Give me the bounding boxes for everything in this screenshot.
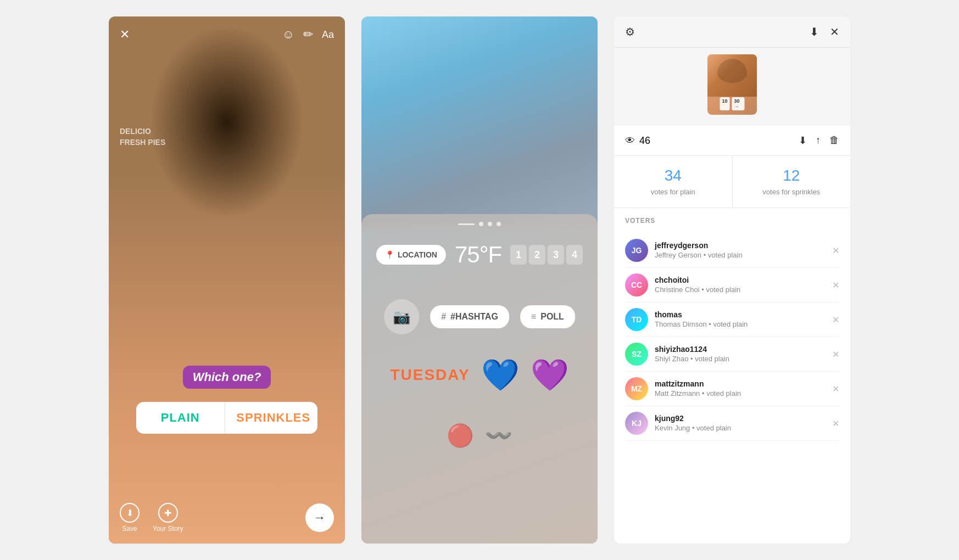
hashtag-sticker[interactable]: # #HASHTAG: [430, 305, 509, 328]
day-sticker[interactable]: TUESDAY: [390, 366, 470, 384]
voter-item: KJ kjung92 Kevin Jung • voted plain ✕: [625, 406, 839, 441]
purple-heart-sticker[interactable]: 💜: [531, 360, 569, 390]
poll-options: PLAIN SPRINKLES: [136, 402, 317, 434]
analytics-header: ⚙ ⬇ ✕: [614, 16, 850, 48]
voter-avatar-initials: CC: [625, 273, 648, 296]
voters-title: VOTERS: [625, 217, 839, 225]
time-d3: 3: [548, 245, 564, 265]
poll-option-plain[interactable]: PLAIN: [136, 402, 225, 434]
handle-dot3: [497, 222, 501, 226]
sticker-overlay: 📍 LOCATION 75°F 1 2 3 4 📷 #: [361, 214, 598, 544]
time-d4: 4: [566, 245, 583, 265]
thumbnail-arrow: [727, 120, 738, 126]
your-story-button[interactable]: ✚ Your Story: [153, 503, 183, 533]
views-row: 👁 46 ⬇ ↑ 🗑: [614, 126, 850, 156]
settings-icon[interactable]: ⚙: [625, 25, 635, 38]
next-button[interactable]: →: [305, 503, 334, 532]
text-button[interactable]: Aa: [322, 29, 334, 41]
voter-avatar: CC: [625, 273, 648, 296]
voter-detail: Matt Zitzmann • voted plain: [655, 389, 741, 397]
story-editor-panel: DELICIO FRESH PIES ✕ ☺ ✏ Aa Which one? P…: [109, 16, 345, 544]
temperature-sticker[interactable]: 75°F: [455, 242, 501, 268]
story-background: DELICIO FRESH PIES ✕ ☺ ✏ Aa Which one? P…: [109, 16, 345, 544]
story-thumbnail-container: 10 30 →: [614, 48, 850, 126]
voter-info: shiyizhao1124 Shiyi Zhao • voted plain: [655, 345, 832, 363]
main-container: DELICIO FRESH PIES ✕ ☺ ✏ Aa Which one? P…: [0, 0, 959, 560]
voter-detail: Shiyi Zhao • voted plain: [655, 355, 729, 363]
close-button[interactable]: ✕: [120, 27, 130, 42]
sticker-button[interactable]: ☺: [282, 27, 294, 42]
editor-bottom-toolbar: ⬇ Save ✚ Your Story →: [109, 503, 345, 533]
dismiss-voter-button[interactable]: ✕: [832, 280, 839, 290]
share-icon[interactable]: ↑: [816, 135, 821, 147]
dismiss-voter-button[interactable]: ✕: [832, 384, 839, 394]
poll-sticker[interactable]: ≡ POLL: [520, 305, 575, 328]
voters-list: JG jeffreydgerson Jeffrey Gerson • voted…: [625, 233, 839, 441]
thumb-plain: 10: [720, 97, 730, 110]
bottom-actions: ⬇ Save ✚ Your Story: [120, 503, 183, 533]
sticker-picker-panel: 📍 LOCATION 75°F 1 2 3 4 📷 #: [361, 16, 598, 544]
camera-sticker-button[interactable]: 📷: [384, 299, 419, 334]
analytics-body: 👁 46 ⬇ ↑ 🗑 34 votes for plain 12 votes f…: [614, 126, 850, 544]
poll-option-sprinkles[interactable]: SPRINKLES: [230, 402, 318, 434]
header-left-icons: ⚙: [625, 25, 635, 38]
header-right-icons: ⬇ ✕: [810, 25, 839, 38]
voter-info: chchoitoi Christine Choi • voted plain: [655, 276, 832, 294]
location-sticker[interactable]: 📍 LOCATION: [376, 245, 446, 265]
story-thumbnail[interactable]: 10 30 →: [707, 54, 757, 115]
voter-item: CC chchoitoi Christine Choi • voted plai…: [625, 268, 839, 303]
story-action-icons: ⬇ ↑ 🗑: [799, 135, 839, 147]
editor-toolbar: ✕ ☺ ✏ Aa: [109, 27, 345, 42]
download-icon[interactable]: ⬇: [799, 135, 807, 147]
voter-username: kjung92: [655, 414, 832, 423]
vote-results: 34 votes for plain 12 votes for sprinkle…: [614, 156, 850, 208]
poll-container: Which one? PLAIN SPRINKLES: [136, 366, 317, 434]
time-d2: 2: [529, 245, 545, 265]
votes-plain-col: 34 votes for plain: [614, 156, 733, 208]
voter-detail: Christine Choi • voted plain: [655, 285, 740, 294]
voter-avatar: JG: [625, 239, 648, 262]
close-analytics-icon[interactable]: ✕: [830, 25, 839, 38]
dismiss-voter-button[interactable]: ✕: [832, 245, 839, 256]
voter-detail: Jeffrey Gerson • voted plain: [655, 251, 743, 259]
download-story-icon[interactable]: ⬇: [810, 25, 819, 38]
voter-avatar: SZ: [625, 343, 648, 366]
sticker-row-3: TUESDAY 💙 💜: [390, 360, 568, 390]
delete-icon[interactable]: 🗑: [829, 135, 839, 147]
voter-avatar: KJ: [625, 412, 648, 435]
voter-avatar: TD: [625, 308, 648, 331]
sticker-background: 📍 LOCATION 75°F 1 2 3 4 📷 #: [361, 16, 598, 544]
votes-sprinkles-count: 12: [741, 167, 842, 184]
voter-username: mattzitzmann: [655, 379, 832, 388]
sticker-row-2: 📷 # #HASHTAG ≡ POLL: [384, 299, 575, 334]
handle-dot1: [479, 222, 483, 226]
dismiss-voter-button[interactable]: ✕: [832, 349, 839, 360]
story-icon: ✚: [158, 503, 178, 523]
dismiss-voter-button[interactable]: ✕: [832, 418, 839, 429]
poll-question: Which one?: [183, 366, 271, 389]
views-count-group: 👁 46: [625, 135, 650, 147]
voter-avatar-initials: JG: [625, 239, 648, 262]
voter-info: thomas Thomas Dimson • voted plain: [655, 310, 832, 329]
voter-avatar: MZ: [625, 377, 648, 400]
location-pin-icon: 📍: [385, 250, 394, 259]
sticker-row-4: 🔴 〰️: [447, 423, 512, 449]
analytics-panel: ⚙ ⬇ ✕ 10 30 → 👁: [614, 16, 850, 544]
dismiss-voter-button[interactable]: ✕: [832, 315, 839, 325]
arrow-sticker[interactable]: 🔴: [447, 423, 474, 449]
thumbnail-poll-preview: 10 30 →: [720, 97, 745, 110]
voter-item: TD thomas Thomas Dimson • voted plain ✕: [625, 303, 839, 337]
thumb-sprinkles: 30 →: [732, 97, 745, 110]
voter-avatar-initials: MZ: [625, 377, 648, 400]
voter-avatar-initials: KJ: [625, 412, 648, 435]
draw-button[interactable]: ✏: [303, 27, 313, 42]
voter-item: SZ shiyizhao1124 Shiyi Zhao • voted plai…: [625, 337, 839, 372]
time-sticker[interactable]: 1 2 3 4: [510, 245, 583, 265]
voter-info: kjung92 Kevin Jung • voted plain: [655, 414, 832, 433]
votes-sprinkles-col: 12 votes for sprinkles: [733, 156, 851, 208]
wave-sticker[interactable]: 〰️: [485, 423, 512, 449]
save-button[interactable]: ⬇ Save: [120, 503, 140, 533]
blue-heart-sticker[interactable]: 💙: [481, 360, 520, 390]
poll-icon: ≡: [531, 312, 536, 322]
time-d1: 1: [510, 245, 527, 265]
